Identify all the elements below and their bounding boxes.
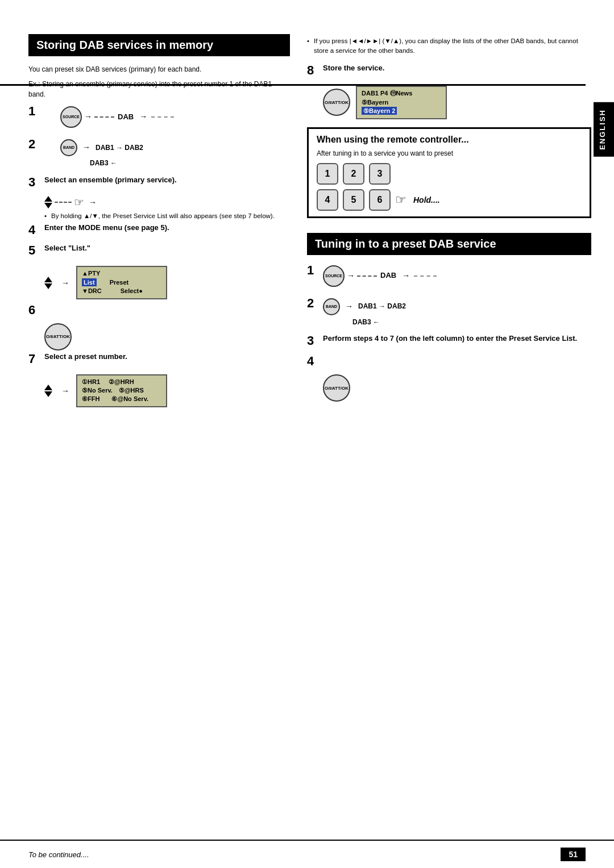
step-1-content: SOURCE → DAB → xyxy=(44,104,290,130)
tuning-step-1-num: 1 xyxy=(307,264,323,277)
dotted-1 xyxy=(151,116,174,118)
nav-arrows-7 xyxy=(44,385,52,397)
preset-btn-4[interactable]: 4 xyxy=(317,189,338,211)
step-7: 7 Select a preset number. xyxy=(28,352,290,365)
lcd-row1-7: ①HR1 ②@HRH xyxy=(82,378,161,386)
step-6-diagram: O/I/ATT/OK xyxy=(44,323,290,350)
main-content: Storing DAB services in memory You can p… xyxy=(28,34,586,823)
remote-title: When using the remote controller... xyxy=(317,135,582,145)
lcd-row1-8: DAB1 P4 ⓜNews xyxy=(362,89,441,98)
step-3-content: Select an ensemble (primary service). xyxy=(44,175,290,185)
source-knob-t1: SOURCE xyxy=(323,265,345,287)
lcd-row3-7: ⑥FFH ⑥@No Serv. xyxy=(82,395,161,403)
tuning-step-2: 2 BAND → DAB1 → DAB2 DAB3 ← xyxy=(307,296,591,327)
step-1: 1 SOURCE → DAB → xyxy=(28,104,290,130)
step-7-num: 7 xyxy=(28,353,44,365)
tuning-step-3-content: Perform steps 4 to 7 (on the left column… xyxy=(323,333,591,344)
step-5-text: Select "List." xyxy=(44,244,90,252)
step-8-text: Store the service. xyxy=(323,64,384,72)
up-arrow xyxy=(44,196,52,202)
lcd-hr1: ①HR1 xyxy=(82,378,100,385)
step-8-content: Store the service. xyxy=(323,63,591,73)
preset-row2: 4 5 6 ☞ Hold.... xyxy=(317,189,582,211)
step-5-content: Select "List." xyxy=(44,243,290,253)
lcd-step7: ①HR1 ②@HRH ⑤No Serv. ⑤@HRS ⑥FFH ⑥@No Ser… xyxy=(76,374,167,407)
lcd-hrh: ②@HRH xyxy=(109,378,134,385)
step-1-diagram: SOURCE → DAB → xyxy=(60,106,290,128)
tuning-step-1-content: SOURCE → DAB → xyxy=(323,263,591,289)
step-7-diagram: → ①HR1 ②@HRH ⑤No Serv. ⑤@HRS ⑥FFH ⑥@No S… xyxy=(44,372,290,410)
step-8: 8 Store the service. xyxy=(307,63,591,77)
step-2: 2 BAND → DAB1 → DAB2 DAB3 ← xyxy=(28,137,290,168)
dab3-t2: DAB3 ← xyxy=(352,318,591,327)
preset-btn-5[interactable]: 5 xyxy=(343,189,364,211)
nav-arrows-5 xyxy=(44,277,52,289)
step-4-num: 4 xyxy=(28,224,44,236)
tuning-step-1: 1 SOURCE → DAB → xyxy=(307,263,591,289)
lcd-drc: ▼DRC xyxy=(82,287,102,294)
step-6: 6 xyxy=(28,303,290,316)
tuning-step-1-diagram: SOURCE → DAB → xyxy=(323,265,591,287)
hand-remote: ☞ xyxy=(395,193,406,207)
lcd-row2-5: List Preset xyxy=(82,278,161,287)
storing-title: Storing DAB services in memory xyxy=(28,34,290,56)
tuning-title: Tuning in to a preset DAB service xyxy=(307,233,591,255)
ok-btn-t4: O/I/ATT/OK xyxy=(323,374,350,402)
preset-btn-3[interactable]: 3 xyxy=(369,163,391,185)
remote-box: When using the remote controller... Afte… xyxy=(307,127,591,218)
step-3-text: Select an ensemble (primary service). xyxy=(44,176,177,184)
dotted-t1 xyxy=(414,276,437,277)
lcd-noserv1: ⑤No Serv. xyxy=(82,387,113,394)
right-bullet: If you press |◄◄/►►| (▼/▲), you can disp… xyxy=(307,36,591,55)
tuning-step-3: 3 Perform steps 4 to 7 (on the left colu… xyxy=(307,333,591,347)
step-3-bullet: By holding ▲/▼, the Preset Service List … xyxy=(44,211,290,221)
preset-buttons-2: 4 5 6 xyxy=(317,189,391,211)
dashed-2 xyxy=(55,202,72,203)
step-3-num: 3 xyxy=(28,176,44,189)
step-5: 5 Select "List." xyxy=(28,243,290,257)
lcd-bayern2: ⑤Bayern 2 xyxy=(362,107,397,115)
step-4-text: Enter the MODE menu (see page 5). xyxy=(44,223,169,232)
band-knob-t2: BAND xyxy=(323,298,340,315)
source-knob-1: SOURCE xyxy=(60,106,82,128)
page-number: 51 xyxy=(561,848,586,861)
dab1-dab2-label: DAB1 → DAB2 xyxy=(96,143,143,153)
lcd-row2-8: ⑤Bayern xyxy=(362,98,441,107)
english-tab: ENGLISH xyxy=(594,102,614,157)
preset-btn-6[interactable]: 6 xyxy=(369,189,391,211)
down-arrow xyxy=(44,203,52,208)
preset-btn-1[interactable]: 1 xyxy=(317,163,338,185)
bottom-bar: To be continued.... 51 xyxy=(0,840,614,868)
lcd-list-hl: List xyxy=(82,278,97,286)
lcd-select: Select● xyxy=(121,287,143,294)
step-3-diagram: ☞ → xyxy=(44,195,290,209)
step-2-num: 2 xyxy=(28,138,44,151)
lcd-row3-5: ▼DRC Select● xyxy=(82,287,161,295)
step-5-num: 5 xyxy=(28,244,44,257)
preset-btn-2[interactable]: 2 xyxy=(343,163,364,185)
left-column: Storing DAB services in memory You can p… xyxy=(28,34,290,411)
intro-text-1: You can preset six DAB services (primary… xyxy=(28,64,290,74)
step-4-content: Enter the MODE menu (see page 5). xyxy=(44,223,290,233)
finger-icon-3: ☞ xyxy=(74,195,84,209)
lcd-step5: ▲PTY List Preset ▼DRC Select● xyxy=(76,266,167,299)
dab3-label: DAB3 ← xyxy=(90,158,290,168)
up-arrow-5 xyxy=(44,277,52,282)
tuning-step-2-diagram: BAND → DAB1 → DAB2 xyxy=(323,298,591,315)
remote-text: After tuning in to a service you want to… xyxy=(317,148,582,158)
step-8-num: 8 xyxy=(307,64,323,77)
lcd-noserv2: ⑥@No Serv. xyxy=(111,395,148,402)
lcd-preset: Preset xyxy=(110,279,129,286)
lcd-ffh: ⑥FFH xyxy=(82,395,99,402)
step-2-diagram: BAND → DAB1 → DAB2 xyxy=(60,139,290,156)
step-3: 3 Select an ensemble (primary service). xyxy=(28,175,290,189)
tuning-step-2-num: 2 xyxy=(307,297,323,310)
nav-arrows xyxy=(44,196,52,208)
tuning-step-2-content: BAND → DAB1 → DAB2 DAB3 ← xyxy=(323,296,591,327)
dashed-arrow-1 xyxy=(94,116,114,118)
lcd-row2-7: ⑤No Serv. ⑤@HRS xyxy=(82,386,161,395)
step-2-content: BAND → DAB1 → DAB2 DAB3 ← xyxy=(44,137,290,168)
tuning-step-3-num: 3 xyxy=(307,335,323,347)
preset-buttons: 1 2 3 xyxy=(317,163,582,185)
down-arrow-5 xyxy=(44,283,52,289)
